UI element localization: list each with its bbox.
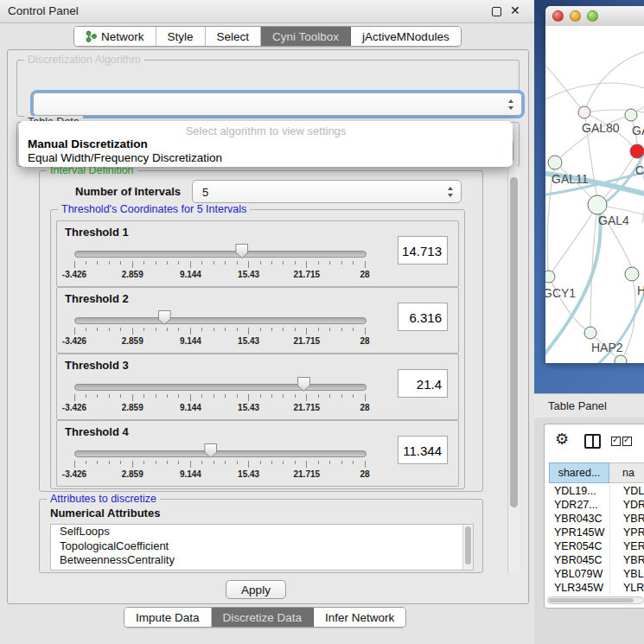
threshold-label: Threshold 4	[65, 425, 129, 438]
threshold-value-field[interactable]: 6.316	[398, 303, 448, 331]
tab-network[interactable]: Network	[74, 27, 156, 46]
tick-label: 2.859	[122, 270, 143, 279]
table-panel-titlebar: Table Panel	[534, 393, 644, 418]
tab-style[interactable]: Style	[156, 27, 206, 46]
list-item-topologicalcoefficient[interactable]: TopologicalCoefficient	[51, 539, 473, 554]
threshold-value-field[interactable]: 14.713	[398, 236, 448, 265]
control-panel-window: Control Panel ✕ NetworkStyleSelectCyni T…	[0, 0, 535, 644]
network-graph: GAL80GACGAL11GAL4GCY1HHAP2	[545, 26, 644, 363]
tab-select[interactable]: Select	[206, 27, 262, 46]
table-row[interactable]: YBR043CYBR0	[549, 513, 644, 526]
table-row[interactable]: YBL079WYBL0	[549, 568, 644, 582]
numerical-attributes-list[interactable]: SelfLoopsTopologicalCoefficientBetweenne…	[50, 524, 474, 571]
zoom-traffic-light-icon[interactable]	[587, 10, 598, 22]
minimize-traffic-light-icon[interactable]	[570, 10, 581, 22]
screenshot-root: Control Panel ✕ NetworkStyleSelectCyni T…	[0, 0, 644, 644]
table-panel-card: ⚙ shared...na YDL19...YDL1YDR27...YDR2YB…	[544, 424, 644, 609]
node-label: GAL4	[598, 214, 629, 227]
column-header-na[interactable]: na	[609, 462, 644, 483]
node-label: H	[637, 284, 644, 297]
table-row[interactable]: YDL19...YDL1	[549, 485, 644, 499]
slider-tick-labels: -3.4262.8599.14415.4321.71528	[69, 270, 372, 280]
slider-track[interactable]	[74, 317, 367, 324]
checkbox-icon[interactable]	[622, 437, 632, 446]
threshold-slider: -3.4262.8599.14415.4321.71528	[69, 375, 372, 417]
algorithm-option-equal-width-frequency-discretization[interactable]: Equal Width/Frequency Discretization	[28, 151, 222, 164]
tab-cyni-toolbox[interactable]: Cyni Toolbox	[261, 27, 351, 46]
network-node[interactable]	[615, 355, 627, 363]
network-node-hap2[interactable]	[584, 327, 596, 339]
network-node-h[interactable]	[625, 267, 639, 281]
node-label: HAP2	[591, 341, 623, 354]
network-node-gal4[interactable]	[588, 195, 607, 214]
close-icon[interactable]: ✕	[510, 3, 520, 17]
desktop-area: GAL80GACGAL11GAL4GCY1HHAP2 Table Panel ⚙…	[534, 0, 644, 644]
settings-scrollbar[interactable]	[507, 165, 520, 575]
slider-track[interactable]	[74, 251, 367, 258]
tab-impute-data[interactable]: Impute Data	[124, 608, 212, 627]
threshold-panel-3: Threshold 3-3.4262.8599.14415.4321.71528…	[56, 354, 459, 420]
thresholds-group: Threshold's Coordinates for 5 Intervals …	[50, 209, 465, 489]
discretization-algorithm-group: Discretization Algorithm	[16, 60, 520, 117]
slider-track[interactable]	[74, 450, 367, 457]
table-hscrollbar-thumb[interactable]	[549, 598, 634, 603]
threshold-slider: -3.4262.8599.14415.4321.71528	[69, 242, 372, 284]
table-row[interactable]: YPR145WYPR1	[549, 526, 644, 540]
cell-name: YDR2	[609, 499, 644, 513]
network-node-gal11[interactable]	[548, 156, 562, 169]
threshold-value-field[interactable]: 11.344	[398, 436, 448, 464]
attributes-group: Attributes to discretize Numerical Attri…	[39, 499, 483, 573]
cell-shared-name: YBR045C	[549, 554, 609, 568]
threshold-value-field[interactable]: 21.4	[398, 369, 448, 398]
tab-discretize-data[interactable]: Discretize Data	[212, 608, 315, 627]
table-row[interactable]: YBR045CYBR0	[549, 554, 644, 568]
network-node-ga[interactable]	[625, 109, 637, 121]
network-node-c[interactable]	[630, 144, 644, 158]
table-row[interactable]: YER054CYER0	[549, 540, 644, 554]
slider-ticks	[69, 461, 372, 468]
tab-infer-network[interactable]: Infer Network	[314, 608, 405, 627]
algorithm-combo[interactable]	[33, 92, 522, 116]
algorithm-option-manual-discretization[interactable]: Manual Discretization	[28, 137, 148, 150]
table-row[interactable]: YLR345WYLR3	[549, 582, 644, 596]
tick-label: -3.426	[62, 469, 86, 479]
slider-tick-labels: -3.4262.8599.14415.4321.71528	[69, 336, 372, 347]
group-title-discretization-algorithm: Discretization Algorithm	[24, 54, 144, 66]
column-header-shared[interactable]: shared...	[549, 462, 609, 483]
cell-name: YDL1	[609, 485, 644, 499]
slider-ticks	[69, 328, 372, 335]
slider-track[interactable]	[74, 384, 367, 391]
cell-name: YBR0	[609, 513, 644, 526]
list-scrollbar-thumb[interactable]	[465, 526, 471, 564]
tab-label: Discretize Data	[223, 611, 303, 624]
tab-jactivemnodules[interactable]: jActiveMNodules	[351, 27, 461, 46]
table-hscrollbar[interactable]	[547, 596, 644, 604]
threshold-panel-4: Threshold 4-3.4262.8599.14415.4321.71528…	[56, 420, 459, 487]
tick-label: 28	[360, 270, 369, 279]
float-window-icon[interactable]	[492, 7, 501, 16]
tick-label: 9.144	[180, 403, 201, 412]
close-traffic-light-icon[interactable]	[552, 10, 564, 22]
list-item-betweennesscentrality[interactable]: BetweennessCentrality	[51, 553, 473, 568]
tick-label: 2.859	[122, 403, 143, 412]
tick-label: -3.426	[62, 336, 86, 346]
settings-scrollbar-thumb[interactable]	[510, 177, 518, 507]
numerical-attributes-label: Numerical Attributes	[50, 507, 160, 520]
network-canvas[interactable]: GAL80GACGAL11GAL4GCY1HHAP2	[545, 26, 644, 363]
list-item-selfloops[interactable]: SelfLoops	[51, 525, 473, 539]
apply-button[interactable]: Apply	[226, 580, 286, 599]
checkbox-icon[interactable]	[611, 437, 621, 446]
tick-label: -3.426	[62, 403, 86, 412]
table-row[interactable]: YDR27...YDR2	[549, 499, 644, 513]
network-node-gcy1[interactable]	[545, 271, 555, 283]
cell-name: YBR0	[609, 554, 644, 568]
gear-icon[interactable]: ⚙	[555, 430, 569, 449]
list-scrollbar[interactable]	[462, 525, 473, 570]
columns-icon[interactable]	[584, 434, 601, 449]
num-intervals-combo[interactable]: 5	[192, 180, 462, 203]
cell-name: YBL0	[609, 568, 644, 582]
cell-name: YLR3	[609, 582, 644, 596]
slider-ticks	[69, 261, 372, 268]
cell-shared-name: YLR345W	[549, 582, 609, 596]
network-node-gal80[interactable]	[578, 106, 590, 118]
